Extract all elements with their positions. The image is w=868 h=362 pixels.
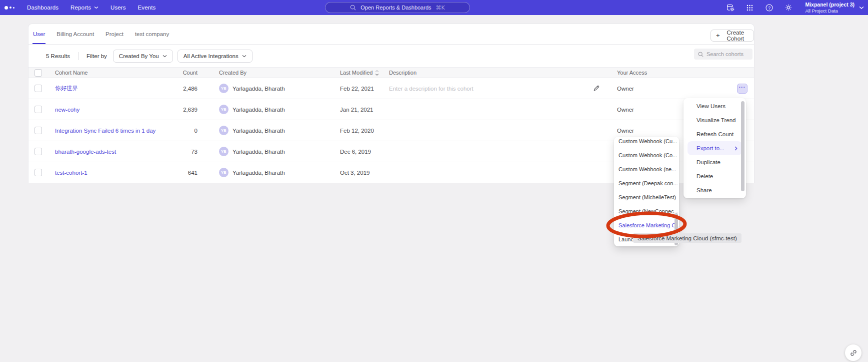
- tab-user[interactable]: User: [32, 24, 46, 44]
- avatar: YB: [219, 147, 228, 156]
- created-by-name: Yarlagadda, Bharath: [232, 128, 285, 134]
- menu-item-export-to[interactable]: Export to...: [688, 141, 742, 155]
- created-by-name: Yarlagadda, Bharath: [232, 170, 285, 176]
- row-checkbox[interactable]: [34, 169, 42, 176]
- search-icon: [698, 52, 704, 57]
- header-last-modified[interactable]: Last Modified: [340, 70, 389, 76]
- last-modified-date: Oct 3, 2019: [340, 170, 389, 176]
- cohort-count: 0: [170, 128, 198, 134]
- submenu-item-salesforce-marketing-cloud[interactable]: Salesforce Marketing C...: [614, 218, 679, 232]
- global-search-placeholder: Open Reports & Dashboards: [360, 5, 431, 11]
- chevron-down-icon: [242, 55, 246, 58]
- search-shortcut: ⌘K: [436, 5, 445, 11]
- cohort-count: 641: [170, 170, 198, 176]
- nav-item-users[interactable]: Users: [110, 5, 126, 11]
- menu-item-visualize-trend[interactable]: Visualize Trend: [684, 113, 746, 127]
- help-icon[interactable]: ?: [764, 3, 774, 12]
- filter-by-label: Filter by: [86, 53, 107, 59]
- apps-grid-icon[interactable]: [745, 3, 754, 12]
- cohort-name-link[interactable]: bharath-google-ads-test: [55, 149, 170, 155]
- tab-billing-account[interactable]: Billing Account: [56, 24, 94, 44]
- results-count: 5 Results: [46, 53, 70, 59]
- link-icon: [850, 349, 858, 357]
- salesforce-tooltip: Salesforce Marketing Cloud (sfmc-test): [633, 233, 742, 243]
- menu-scrollbar[interactable]: [741, 101, 744, 191]
- menu-item-refresh-count[interactable]: Refresh Count: [684, 127, 746, 141]
- table-header-row: Cohort Name Count Created By Last Modifi…: [28, 67, 754, 78]
- avatar: YB: [219, 105, 228, 114]
- created-by-filter-dropdown[interactable]: Created By You: [113, 50, 173, 63]
- tab-test-company[interactable]: test company: [134, 24, 170, 44]
- row-checkbox[interactable]: [34, 148, 42, 155]
- nav-item-dashboards[interactable]: Dashboards: [27, 5, 58, 11]
- header-your-access: Your Access: [608, 70, 754, 76]
- plus-icon: +: [716, 32, 720, 39]
- chevron-down-icon: [94, 6, 98, 9]
- row-checkbox[interactable]: [34, 127, 42, 134]
- avatar: YB: [219, 126, 228, 135]
- cohort-name-link[interactable]: new-cohy: [55, 107, 170, 113]
- header-created-by: Created By: [198, 70, 340, 76]
- menu-item-share[interactable]: Share: [684, 183, 746, 197]
- chevron-down-icon: [162, 55, 167, 58]
- submenu-item-segment-deepak[interactable]: Segment (Deepak con...: [614, 176, 679, 190]
- submenu-item-custom-webhook-1[interactable]: Custom Webhook (Cu...: [614, 137, 679, 148]
- submenu-item-custom-webhook-3[interactable]: Custom Webhook (ne...: [614, 162, 679, 176]
- menu-item-delete[interactable]: Delete: [684, 169, 746, 183]
- select-all-checkbox[interactable]: [34, 69, 42, 77]
- table-row: new-cohy 2,639 YB Yarlagadda, Bharath Ja…: [28, 99, 754, 120]
- avatar: YB: [219, 84, 228, 93]
- table-row: 你好世界 2,486 YB Yarlagadda, Bharath Feb 22…: [28, 78, 754, 99]
- cohort-name-link[interactable]: test-cohort-1: [55, 170, 170, 176]
- menu-item-view-users[interactable]: View Users: [684, 99, 746, 113]
- row-checkbox[interactable]: [34, 106, 42, 113]
- cohort-count: 2,486: [170, 86, 198, 92]
- submenu-item-custom-webhook-2[interactable]: Custom Webhook (Co...: [614, 148, 679, 162]
- description-input[interactable]: Enter a description for this cohort: [389, 86, 584, 92]
- svg-text:?: ?: [768, 5, 770, 10]
- cohort-count: 2,639: [170, 107, 198, 113]
- create-cohort-button[interactable]: + Create Cohort: [710, 30, 754, 42]
- nav-item-events[interactable]: Events: [138, 5, 156, 11]
- menu-item-duplicate[interactable]: Duplicate: [684, 155, 746, 169]
- global-search-bar[interactable]: Open Reports & Dashboards ⌘K: [325, 2, 470, 13]
- tab-project[interactable]: Project: [105, 24, 124, 44]
- submenu-item-segment-newconnec[interactable]: Segment (NewConnec...: [614, 204, 679, 218]
- row-context-menu: View Users Visualize Trend Refresh Count…: [684, 98, 746, 198]
- row-more-actions-button[interactable]: ···: [737, 84, 748, 94]
- header-description: Description: [389, 70, 584, 76]
- last-modified-date: Jan 21, 2021: [340, 107, 389, 113]
- cohort-name-link[interactable]: Integration Sync Failed 6 times in 1 day: [55, 128, 170, 134]
- search-icon: [350, 5, 356, 11]
- cohort-tabs: User Billing Account Project test compan…: [28, 24, 754, 45]
- submenu-item-segment-michelle[interactable]: Segment (MichelleTest): [614, 190, 679, 204]
- created-by-name: Yarlagadda, Bharath: [232, 149, 285, 155]
- cohort-count: 73: [170, 149, 198, 155]
- export-to-submenu: Custom Webhook (Cu... Custom Webhook (Co…: [614, 137, 679, 246]
- nav-right-section: ? Mixpanel (project 3) All Project Data: [726, 0, 864, 15]
- chevron-right-icon: [734, 146, 738, 151]
- project-switcher[interactable]: Mixpanel (project 3) All Project Data: [805, 2, 854, 14]
- sort-icon: [375, 70, 379, 76]
- settings-gear-icon[interactable]: [784, 3, 793, 12]
- nav-item-reports[interactable]: Reports: [70, 5, 98, 11]
- last-modified-date: Feb 12, 2020: [340, 128, 389, 134]
- search-cohorts-placeholder: Search cohorts: [706, 51, 744, 57]
- edit-description-pencil-icon[interactable]: [584, 85, 608, 92]
- search-cohorts-input[interactable]: Search cohorts: [694, 49, 752, 60]
- share-link-button[interactable]: [845, 344, 862, 361]
- cohorts-toolbar: 5 Results Filter by Created By You All A…: [28, 45, 754, 67]
- header-cohort-name: Cohort Name: [55, 70, 170, 76]
- mixpanel-cohorts-page: Dashboards Reports Users Events Open Rep…: [0, 0, 868, 362]
- toolbar-divider: [78, 52, 78, 60]
- last-modified-date: Feb 22, 2021: [340, 86, 389, 92]
- project-chevron-down-icon[interactable]: [859, 6, 864, 10]
- last-modified-date: Dec 6, 2019: [340, 149, 389, 155]
- data-management-icon[interactable]: [726, 3, 734, 12]
- header-count: Count: [170, 70, 198, 76]
- integrations-filter-dropdown[interactable]: All Active Integrations: [178, 50, 252, 63]
- row-checkbox[interactable]: [34, 85, 42, 92]
- created-by-name: Yarlagadda, Bharath: [232, 86, 285, 92]
- mixpanel-logo-icon[interactable]: [4, 6, 14, 10]
- cohort-name-link[interactable]: 你好世界: [55, 85, 170, 92]
